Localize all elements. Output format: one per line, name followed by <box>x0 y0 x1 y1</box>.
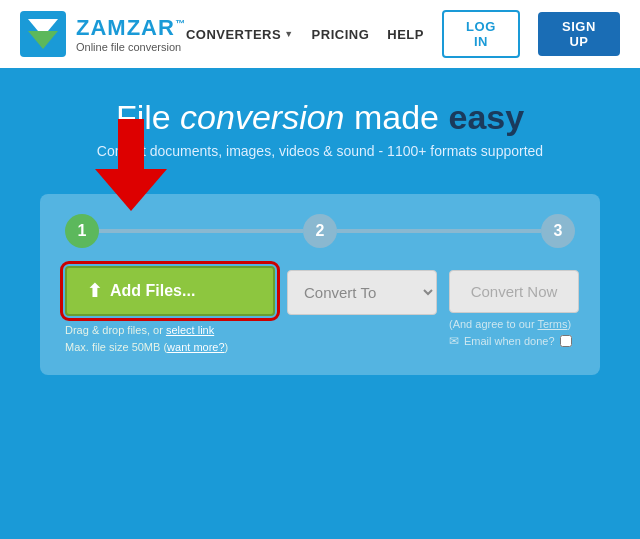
step-line-1 <box>99 229 303 233</box>
login-button[interactable]: LOG IN <box>442 10 520 58</box>
logo-text: ZAMZAR™ Online file conversion <box>76 15 186 53</box>
arrow-body <box>118 119 144 169</box>
steps-bar: 1 2 3 <box>65 214 575 248</box>
drag-drop-text: Drag & drop files, or select link Max. f… <box>65 322 228 355</box>
convert-now-button[interactable]: Convert Now <box>449 270 579 313</box>
logo-area: ZAMZAR™ Online file conversion <box>20 11 186 57</box>
signup-button[interactable]: SIGN UP <box>538 12 620 56</box>
step-3-circle: 3 <box>541 214 575 248</box>
converter-wrapper: 1 2 3 ⬆ Add Files... Drag & drop files, … <box>0 194 640 375</box>
nav-converters-link[interactable]: CONVERTERS ▼ <box>186 27 294 42</box>
converter-panel: 1 2 3 ⬆ Add Files... Drag & drop files, … <box>40 194 600 375</box>
step-1-circle: 1 <box>65 214 99 248</box>
logo-tagline: Online file conversion <box>76 41 186 53</box>
email-row: ✉ Email when done? <box>449 334 572 348</box>
step-2-circle: 2 <box>303 214 337 248</box>
agree-terms-text: (And agree to our Terms) <box>449 318 571 330</box>
step-1-box: ⬆ Add Files... Drag & drop files, or sel… <box>65 266 275 355</box>
zamzar-logo-icon <box>20 11 66 57</box>
logo-name: ZAMZAR™ <box>76 15 186 41</box>
email-checkbox[interactable] <box>560 335 572 347</box>
upload-icon: ⬆ <box>87 280 102 302</box>
email-when-done-label: Email when done? <box>464 335 555 347</box>
terms-link[interactable]: Terms <box>537 318 567 330</box>
arrow-head <box>95 169 167 211</box>
email-icon: ✉ <box>449 334 459 348</box>
convert-to-select[interactable]: Convert To <box>287 270 437 315</box>
navbar: ZAMZAR™ Online file conversion CONVERTER… <box>0 0 640 68</box>
red-arrow <box>95 119 167 211</box>
nav-help-link[interactable]: HELP <box>387 27 424 42</box>
nav-links: CONVERTERS ▼ PRICING HELP LOG IN SIGN UP <box>186 10 620 58</box>
want-more-link[interactable]: want more? <box>167 341 224 353</box>
add-files-button[interactable]: ⬆ Add Files... <box>65 266 275 316</box>
step-3-box: Convert Now (And agree to our Terms) ✉ E… <box>449 266 579 348</box>
step-line-2 <box>337 229 541 233</box>
select-link[interactable]: select link <box>166 324 214 336</box>
chevron-down-icon: ▼ <box>284 29 293 39</box>
steps-content: ⬆ Add Files... Drag & drop files, or sel… <box>65 266 575 355</box>
step-2-box: Convert To <box>287 266 437 315</box>
nav-pricing-link[interactable]: PRICING <box>312 27 370 42</box>
